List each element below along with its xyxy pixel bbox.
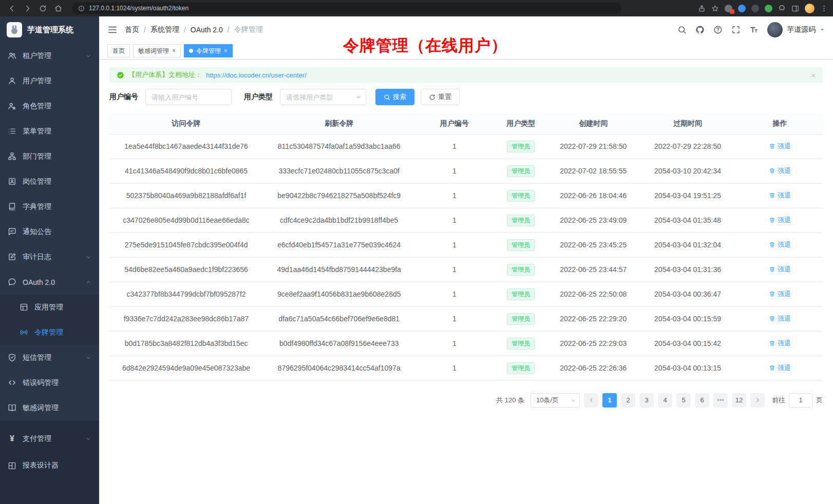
force-logout-button[interactable]: 强退: [769, 142, 791, 151]
tab-label: 令牌管理: [196, 47, 221, 55]
user-id-input[interactable]: [145, 89, 232, 105]
hamburger-icon[interactable]: [107, 25, 118, 35]
refresh-token-cell: 333ecfc71e02480cb11055c875c3ca0f: [263, 159, 415, 183]
page-button-4[interactable]: 4: [658, 393, 672, 408]
breadcrumb-separator: /: [144, 26, 146, 34]
side-panel-icon[interactable]: [791, 5, 799, 12]
extension-icon[interactable]: [738, 5, 746, 12]
breadcrumb-item[interactable]: 首页: [125, 25, 139, 34]
sidebar-item-app[interactable]: 应用管理: [0, 295, 99, 320]
share-icon[interactable]: [698, 5, 706, 12]
user-type-badge: 管理员: [507, 362, 535, 374]
back-icon[interactable]: [5, 2, 18, 14]
fullscreen-icon[interactable]: [731, 25, 741, 34]
page-button-2[interactable]: 2: [621, 393, 635, 408]
table-row: 6d842e2924594de9a09e45e087323abe8796295f…: [109, 356, 823, 380]
sidebar-item-notice[interactable]: 通知公告: [0, 219, 99, 244]
sidebar-item-dict[interactable]: 字典管理: [0, 194, 99, 219]
tab-令牌管理[interactable]: 令牌管理×: [184, 44, 233, 57]
force-logout-button[interactable]: 强退: [769, 339, 791, 348]
reload-icon[interactable]: [36, 2, 49, 14]
sidebar-item-sensitive[interactable]: 敏感词管理: [0, 395, 99, 420]
force-logout-button[interactable]: 强退: [769, 240, 791, 249]
page-button-3[interactable]: 3: [639, 393, 654, 408]
audit-icon: [8, 253, 16, 261]
page-button-5[interactable]: 5: [676, 393, 691, 408]
table-row: 54d6be82ee5a460a9aedc1f9bf22365649d1aa46…: [109, 257, 823, 282]
help-icon[interactable]: [713, 25, 723, 34]
sidebar-item-role[interactable]: 角色管理: [0, 93, 99, 119]
sidebar-item-menu[interactable]: 菜单管理: [0, 119, 99, 144]
menu-icon: [8, 127, 16, 135]
sidebar-item-dept[interactable]: 部门管理: [0, 144, 99, 169]
sidebar-item-label: 报表设计器: [23, 461, 59, 470]
user-type-badge: 管理员: [507, 239, 535, 251]
site-info-icon[interactable]: [78, 5, 85, 12]
sidebar-item-audit[interactable]: 审计日志: [0, 244, 99, 269]
goto-page-input[interactable]: [789, 393, 812, 408]
address-bar[interactable]: 127.0.0.1:1024/system/oauth2/token: [72, 3, 621, 14]
reset-button[interactable]: 重置: [421, 89, 460, 105]
extension-icon[interactable]: [751, 5, 759, 12]
sidebar-item-tenant[interactable]: 租户管理: [0, 43, 99, 68]
bookmark-star-icon[interactable]: [711, 5, 719, 12]
browser-menu-icon[interactable]: [820, 5, 828, 12]
expire-time-cell: 2054-03-04 01:31:36: [638, 257, 736, 282]
user-name: 芋道源码: [787, 25, 816, 34]
force-logout-button[interactable]: 强退: [769, 166, 791, 176]
force-logout-button[interactable]: 强退: [769, 314, 791, 323]
expire-time-cell: 2022-07-29 22:28:50: [638, 134, 736, 159]
tab-首页[interactable]: 首页: [107, 44, 130, 57]
sidebar-item-token[interactable]: 令牌管理: [0, 320, 99, 345]
user-type-select[interactable]: [280, 89, 366, 105]
prev-page-button[interactable]: [584, 393, 598, 408]
tab-close-icon[interactable]: ×: [224, 48, 228, 54]
sidebar-item-post[interactable]: 岗位管理: [0, 169, 99, 194]
refresh-token-cell: 49d1aa46d1454fbd87591444423be9fa: [263, 257, 415, 282]
more-pages-button[interactable]: •••: [713, 393, 728, 408]
next-page-button[interactable]: [750, 393, 765, 408]
refresh-token-cell: b0df4980ffd34c67a08f9156e4eee733: [263, 331, 415, 356]
extension-icon[interactable]: [765, 5, 772, 12]
breadcrumb-item[interactable]: 系统管理: [150, 25, 179, 34]
forward-icon[interactable]: [21, 2, 34, 14]
page-button-6[interactable]: 6: [695, 393, 709, 408]
force-logout-button[interactable]: 强退: [769, 265, 791, 274]
force-logout-button[interactable]: 强退: [769, 289, 791, 299]
sidebar-item-user[interactable]: 用户管理: [0, 68, 99, 93]
extension-icon[interactable]: [725, 5, 732, 12]
app-logo[interactable]: 芋道管理系统: [0, 16, 99, 43]
create-time-cell: 2022-06-25 22:29:03: [548, 331, 638, 356]
force-logout-button[interactable]: 强退: [769, 216, 791, 225]
sidebar-item-oauth[interactable]: OAuth 2.0: [0, 269, 99, 295]
font-size-icon[interactable]: [749, 25, 759, 34]
tabbar: 首页敏感词管理×令牌管理×: [99, 43, 833, 60]
page-button-1[interactable]: 1: [602, 393, 617, 408]
search-button[interactable]: 搜索: [375, 89, 414, 105]
refresh-token-cell: 8796295f04064c2983414cc54af1097a: [263, 356, 415, 380]
browser-profile-avatar[interactable]: [805, 4, 815, 13]
search-icon[interactable]: [677, 25, 687, 34]
extensions-puzzle-icon[interactable]: [778, 5, 786, 12]
user-menu[interactable]: 芋道源码: [767, 22, 825, 37]
report-icon: [8, 461, 16, 470]
alert-close-icon[interactable]: ×: [811, 71, 816, 80]
page-size-select[interactable]: 10条/页: [531, 393, 580, 408]
breadcrumb-item[interactable]: OAuth 2.0: [191, 26, 223, 34]
force-logout-button[interactable]: 强退: [769, 191, 791, 200]
home-icon[interactable]: [51, 2, 65, 14]
force-logout-button[interactable]: 强退: [769, 363, 791, 373]
column-header: 访问令牌: [109, 113, 263, 134]
page-button-12[interactable]: 12: [732, 393, 746, 408]
doc-link[interactable]: https://doc.iocoder.cn/user-center/: [206, 71, 307, 79]
table-row: c347026e805e4d99b0d116eae66eda8ccdfc4ce9…: [109, 208, 823, 232]
trash-icon: [769, 290, 775, 297]
tab-close-icon[interactable]: ×: [172, 48, 176, 54]
sidebar-item-sms[interactable]: 短信管理: [0, 345, 99, 370]
tab-敏感词管理[interactable]: 敏感词管理×: [133, 44, 181, 57]
github-icon[interactable]: [695, 25, 705, 34]
sidebar-item-pay[interactable]: ¥支付管理: [0, 425, 99, 452]
token-icon: [20, 328, 28, 337]
sidebar-item-report[interactable]: 报表设计器: [0, 452, 99, 479]
sidebar-item-errcode[interactable]: 错误码管理: [0, 370, 99, 395]
